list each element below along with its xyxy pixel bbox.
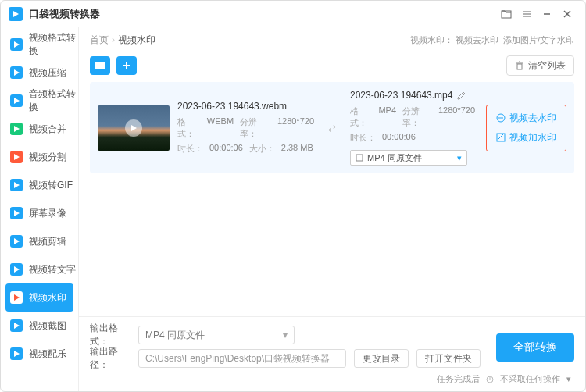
sidebar-item[interactable]: 屏幕录像 — [1, 199, 78, 227]
add-file-button[interactable] — [90, 56, 110, 75]
sidebar-item-label: 视频截图 — [29, 319, 66, 333]
svg-marker-18 — [14, 323, 20, 329]
app-title: 口袋视频转换器 — [29, 7, 496, 21]
svg-rect-23 — [517, 64, 522, 69]
after-task-label: 任务完成后 — [437, 373, 480, 385]
output-path-label: 输出路径： — [90, 345, 130, 372]
svg-rect-27 — [356, 155, 363, 161]
sidebar-item-label: 视频水印 — [29, 291, 66, 305]
folder-icon[interactable] — [496, 5, 516, 23]
chevron-down-icon: ▾ — [283, 330, 288, 340]
sidebar-item[interactable]: 音频格式转换 — [1, 87, 78, 115]
svg-marker-16 — [14, 266, 20, 273]
svg-marker-9 — [14, 69, 20, 76]
watermark-actions: 视频去水印 视频加水印 — [486, 105, 566, 151]
breadcrumb-home[interactable]: 首页 — [90, 34, 109, 47]
change-dir-button[interactable]: 更改目录 — [354, 349, 409, 368]
svg-rect-30 — [497, 134, 505, 141]
svg-marker-8 — [14, 41, 20, 48]
svg-rect-1 — [502, 11, 511, 18]
target-filename: 2023-06-23 194643.mp4 — [350, 90, 452, 101]
open-dir-button[interactable]: 打开文件夹 — [416, 349, 481, 368]
sidebar-item[interactable]: 视频转文字 — [1, 255, 78, 283]
menu-icon[interactable] — [516, 5, 537, 23]
sidebar-item[interactable]: 视频格式转换 — [1, 30, 78, 59]
convert-all-button[interactable]: 全部转换 — [496, 333, 574, 362]
sidebar-item[interactable]: 视频分割 — [1, 143, 78, 171]
sidebar-icon — [10, 123, 23, 135]
sidebar-icon — [10, 179, 23, 191]
output-format-select[interactable]: MP4 同原文件 ▾ — [138, 326, 295, 344]
sidebar-item-label: 视频转GIF — [29, 179, 73, 192]
play-icon — [125, 119, 142, 137]
sidebar: 视频格式转换视频压缩音频格式转换视频合并视频分割视频转GIF屏幕录像视频剪辑视频… — [1, 27, 79, 391]
svg-rect-20 — [95, 62, 105, 69]
sidebar-icon — [10, 319, 23, 332]
add-folder-button[interactable] — [116, 56, 137, 75]
svg-marker-10 — [14, 98, 20, 104]
after-task-action[interactable]: 不采取任何操作 — [500, 373, 560, 385]
svg-marker-12 — [14, 154, 20, 160]
video-thumbnail[interactable] — [98, 105, 170, 151]
breadcrumb-current: 视频水印 — [118, 34, 155, 47]
sidebar-item[interactable]: 视频截图 — [1, 312, 78, 340]
film-icon — [356, 154, 363, 162]
sidebar-icon — [10, 38, 23, 51]
svg-marker-11 — [14, 126, 20, 132]
sidebar-icon — [10, 66, 23, 79]
sidebar-item[interactable]: 视频水印 — [5, 283, 73, 312]
row-format-select[interactable]: MP4 同原文件 ▾ — [350, 150, 467, 166]
file-row: 2023-06-23 194643.webm 格式：WEBM 分辨率：1280*… — [90, 82, 574, 173]
sidebar-item-label: 视频剪辑 — [29, 235, 66, 248]
sidebar-item[interactable]: 视频压缩 — [1, 59, 78, 87]
chevron-down-icon: ▾ — [566, 374, 571, 384]
sidebar-icon — [10, 235, 23, 248]
source-filename: 2023-06-23 194643.webm — [177, 101, 314, 112]
output-format-label: 输出格式： — [90, 322, 130, 348]
svg-marker-26 — [131, 125, 137, 131]
minimize-icon[interactable] — [537, 5, 557, 23]
sidebar-item-label: 视频分割 — [29, 151, 66, 164]
sidebar-item[interactable]: 视频转GIF — [1, 171, 78, 199]
sidebar-icon — [10, 94, 23, 107]
sidebar-item-label: 视频配乐 — [29, 347, 66, 361]
svg-marker-17 — [14, 294, 20, 301]
sidebar-icon — [10, 207, 23, 219]
add-watermark-icon — [496, 133, 506, 142]
sidebar-icon — [10, 151, 23, 163]
svg-marker-0 — [13, 11, 19, 17]
sidebar-item-label: 视频压缩 — [29, 66, 66, 80]
output-path-input[interactable]: C:\Users\FengPing\Desktop\口袋视频转换器 — [138, 349, 346, 368]
remove-watermark-button[interactable]: 视频去水印 — [496, 112, 556, 125]
power-icon — [486, 376, 494, 383]
app-logo-icon — [9, 7, 23, 21]
svg-marker-14 — [14, 210, 20, 216]
add-watermark-button[interactable]: 视频加水印 — [496, 131, 556, 144]
sidebar-icon — [10, 263, 23, 276]
sidebar-item-label: 屏幕录像 — [29, 207, 66, 220]
svg-marker-13 — [14, 182, 20, 188]
sidebar-icon — [10, 291, 23, 304]
sidebar-item-label: 视频合并 — [29, 123, 66, 136]
sidebar-item[interactable]: 视频剪辑 — [1, 227, 78, 255]
sidebar-icon — [10, 347, 23, 360]
titlebar: 口袋视频转换器 — [1, 1, 585, 27]
sidebar-item-label: 视频转文字 — [29, 263, 76, 276]
chevron-down-icon: ▾ — [457, 153, 462, 163]
swap-icon: ⇄ — [322, 123, 342, 134]
sidebar-item[interactable]: 视频合并 — [1, 115, 78, 143]
remove-watermark-icon — [496, 113, 506, 123]
svg-marker-19 — [14, 351, 20, 357]
svg-marker-15 — [14, 238, 20, 244]
breadcrumb: 首页 › 视频水印 视频水印： 视频去水印 添加图片/文字水印 — [79, 27, 585, 52]
sidebar-item[interactable]: 视频配乐 — [1, 340, 78, 368]
edit-icon[interactable] — [457, 91, 466, 100]
close-icon[interactable] — [557, 5, 577, 23]
sidebar-item-label: 音频格式转换 — [29, 87, 78, 114]
trash-icon — [515, 61, 524, 70]
sidebar-item-label: 视频格式转换 — [29, 31, 78, 58]
clear-list-button[interactable]: 清空列表 — [506, 55, 574, 76]
